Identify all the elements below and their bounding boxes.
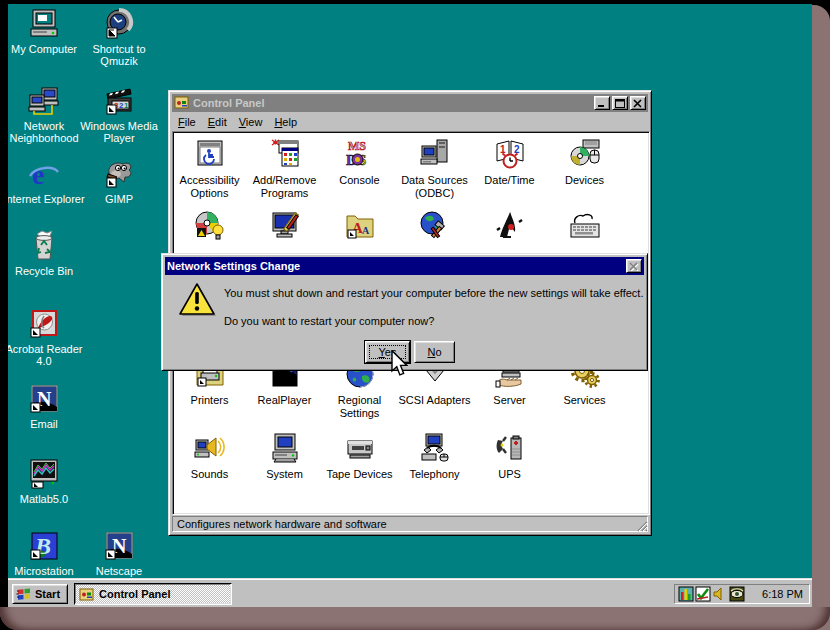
cp-item-console[interactable]: MS D S Console [322,138,397,187]
volume-icon[interactable] [712,586,728,602]
virus-shield-icon[interactable] [695,586,711,602]
cp-item-label: Accessibility Options [172,174,247,200]
network-neighborhood-icon [28,85,60,117]
cp-item-label: Telephony [397,468,472,481]
desktop-icon-label: Recycle Bin [8,265,86,277]
display-icon [269,210,301,242]
desktop-icon-gimp[interactable]: GIMP [77,158,161,205]
cp-item-label: Date/Time [472,174,547,187]
cd-themes-icon [194,210,226,242]
desktop-icon-microstation[interactable]: B Microstation [8,530,86,577]
resource-meter-icon[interactable] [678,586,694,602]
cp-item-data-sources-odbc[interactable]: Data Sources (ODBC) [397,138,472,200]
ups-icon [494,432,526,464]
data-sources-icon [419,138,451,170]
desktop-icon-netscape[interactable]: N Netscape [77,530,161,577]
cp-item-row2-1[interactable] [172,210,247,242]
cp-item-tape-devices[interactable]: Tape Devices [322,432,397,481]
window-titlebar[interactable]: Control Panel [172,94,648,112]
desktop-icon-network-neighborhood[interactable]: Network Neighborhood [8,85,86,144]
java-icon [494,210,526,242]
monitor-frame: My Computer Shortcut to Qmuzik [0,0,830,630]
desktop-icon-label: Netscape [77,565,161,577]
desktop-icon-label: Network Neighborhood [8,120,86,144]
svg-text:MS: MS [348,139,366,153]
desktop-icon-email[interactable]: N Email [8,383,86,430]
date-time-icon: 1 2 [494,138,526,170]
cp-item-label: Regional Settings [322,394,397,420]
cp-item-add-remove-programs[interactable]: Add/Remove Programs [247,138,322,200]
matlab-icon [28,458,60,490]
cp-item-system[interactable]: System [247,432,322,481]
no-button[interactable]: No [414,341,455,363]
cp-item-row2-5[interactable] [472,210,547,242]
svg-text:1: 1 [124,101,129,110]
media-player-icon: 3 2 1 [103,85,135,117]
close-button[interactable] [630,96,646,110]
microstation-icon: B [28,530,60,562]
cp-item-label: Services [547,394,622,407]
desktop-icon-internet-explorer[interactable]: e Internet Explorer [8,158,86,205]
system-tray: 6:18 PM [674,584,810,604]
maximize-button[interactable] [612,96,628,110]
desktop-icon-my-computer[interactable]: My Computer [8,8,86,55]
menu-help[interactable]: Help [268,114,303,129]
desktop-icon-label: GIMP [77,193,161,205]
fonts-icon: A A [344,210,376,242]
monitor-bezel-right [810,5,830,630]
window-title: Control Panel [193,97,592,109]
dialog-message-line2: Do you want to restart your computer now… [224,315,434,327]
cp-item-row2-2[interactable] [247,210,322,242]
desktop-icon-qmuzik[interactable]: Shortcut to Qmuzik [77,8,161,67]
cp-item-ups[interactable]: UPS [472,432,547,481]
monitor-eye-icon[interactable] [729,586,745,602]
qmuzik-shortcut-icon [103,8,135,40]
dialog-close-button[interactable] [626,259,642,273]
telephony-icon [419,432,451,464]
cp-item-devices[interactable]: Devices [547,138,622,187]
gimp-icon [103,158,135,190]
cp-item-row2-4[interactable] [397,210,472,242]
cp-item-date-time[interactable]: 1 2 Date/Time [472,138,547,187]
dialog-titlebar[interactable]: Network Settings Change [165,257,644,275]
netscape-n-icon: N [28,383,60,415]
desktop-icon-acrobat-reader[interactable]: Acrobat Reader 4.0 [8,308,86,367]
task-button-label: Control Panel [99,588,171,600]
cp-item-label: SCSI Adapters [397,394,472,407]
resize-grip[interactable] [635,519,648,532]
cp-item-sounds[interactable]: Sounds [172,432,247,481]
start-button[interactable]: Start [12,584,68,604]
desktop-icon-label: Internet Explorer [8,193,86,205]
mouse-cursor [390,350,408,378]
desktop-icon-windows-media-player[interactable]: 3 2 1 Windows Media Player [77,85,161,144]
menu-view[interactable]: View [233,114,269,129]
system-icon [269,432,301,464]
cp-item-label: Server [472,394,547,407]
internet-tools-icon [419,210,451,242]
acrobat-reader-icon [28,308,60,340]
desktop-icon-label: Matlab5.0 [8,493,86,505]
minimize-button[interactable] [594,96,610,110]
cp-item-label: RealPlayer [247,394,322,407]
cp-item-row2-6[interactable] [547,210,622,242]
keyboard-icon [569,210,601,242]
dialog-title: Network Settings Change [167,260,624,272]
menu-file[interactable]: File [172,114,202,129]
cp-item-telephony[interactable]: Telephony [397,432,472,481]
task-button-control-panel[interactable]: Control Panel [74,583,232,605]
cp-item-accessibility-options[interactable]: Accessibility Options [172,138,247,200]
desktop-icon-label: My Computer [8,43,86,55]
cp-item-label: Console [322,174,397,187]
desktop-icon-recycle-bin[interactable]: Recycle Bin [8,230,86,277]
windows-logo-icon [16,586,32,602]
menu-edit[interactable]: Edit [202,114,233,129]
tray-clock[interactable]: 6:18 PM [746,588,803,600]
cp-item-row2-3[interactable]: A A [322,210,397,242]
cp-item-label: Devices [547,174,622,187]
no-button-label: No [427,346,441,358]
desktop: My Computer Shortcut to Qmuzik [8,4,812,578]
ms-dos-console-icon: MS D S [344,138,376,170]
netscape-n-icon: N [103,530,135,562]
desktop-icon-matlab[interactable]: Matlab5.0 [8,458,86,505]
svg-text:A: A [362,225,370,236]
